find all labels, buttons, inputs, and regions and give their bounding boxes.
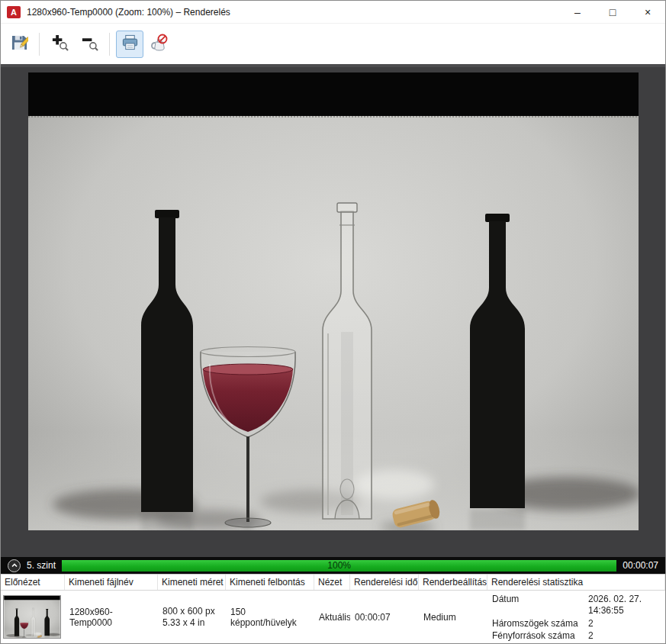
zoom-in-button[interactable] xyxy=(46,31,73,58)
header-render-time: Renderelési idő xyxy=(350,575,419,590)
preview-cell[interactable] xyxy=(1,591,65,643)
window-title: 1280x960-Temp0000 (Zoom: 100%) – Rendere… xyxy=(27,7,560,18)
render-progress-bar: 100% xyxy=(62,560,616,572)
cancel-render-icon xyxy=(150,34,169,55)
header-view: Nézet xyxy=(314,575,350,590)
print-button[interactable] xyxy=(116,31,143,58)
minimize-button[interactable]: – xyxy=(560,1,595,23)
stat-label: Dátum xyxy=(492,594,582,617)
autocad-app-icon: A xyxy=(7,6,21,18)
size-inches: 5.33 x 4 in xyxy=(162,617,204,629)
preview-thumbnail[interactable] xyxy=(3,595,61,639)
collapse-progress-button[interactable] xyxy=(8,559,21,572)
cancel-render-button[interactable] xyxy=(146,31,173,58)
maximize-button[interactable]: □ xyxy=(595,1,630,23)
zoom-out-icon xyxy=(81,34,98,54)
header-output-size: Kimeneti méret xyxy=(158,575,226,590)
close-button[interactable]: × xyxy=(630,1,665,23)
stat-value: 2026. 02. 27. 14:36:55 xyxy=(588,594,661,617)
header-render-statistics: Renderelési statisztika xyxy=(487,575,665,590)
stat-value: 2 xyxy=(588,618,661,630)
filename-cell: 1280x960-Temp0000 xyxy=(65,591,158,643)
header-output-filename: Kimeneti fájlnév xyxy=(65,575,158,590)
elapsed-time-label: 00:00:07 xyxy=(623,560,658,571)
statistics-cell: Dátum 2026. 02. 27. 14:36:55 Háromszögek… xyxy=(487,591,665,643)
stat-label: Anyagok száma xyxy=(492,642,582,643)
toolbar xyxy=(1,24,665,64)
table-row[interactable]: 1280x960-Temp0000 800 x 600 px 5.33 x 4 … xyxy=(1,591,665,643)
progress-row: 5. szint 100% 00:00:07 xyxy=(1,557,665,574)
render-window: A 1280x960-Temp0000 (Zoom: 100%) – Rende… xyxy=(0,0,666,644)
stat-value: 2 xyxy=(588,630,661,642)
header-output-resolution: Kimeneti felbontás xyxy=(226,575,314,590)
table-header-row: Előnézet Kimeneti fájlnév Kimeneti méret… xyxy=(1,575,665,591)
resolution-cell: 150 képpont/hüvelyk xyxy=(226,591,314,643)
view-cell: Aktuális xyxy=(314,591,350,643)
save-button[interactable] xyxy=(5,31,33,58)
progress-percent-label: 100% xyxy=(62,560,616,572)
window-controls: – □ × xyxy=(560,1,665,23)
size-pixels: 800 x 600 px xyxy=(162,606,215,617)
header-render-preset: Renderbeállítás xyxy=(419,575,487,590)
stat-label: Háromszögek száma xyxy=(492,618,582,630)
render-viewport xyxy=(1,67,665,557)
render-preset-cell: Medium xyxy=(419,591,487,643)
toolbar-separator xyxy=(109,33,110,56)
save-icon xyxy=(11,34,28,54)
print-icon xyxy=(121,34,139,54)
titlebar: A 1280x960-Temp0000 (Zoom: 100%) – Rende… xyxy=(1,1,665,24)
stat-label: Fényforrások száma xyxy=(492,630,582,642)
statistics-grid: Dátum 2026. 02. 27. 14:36:55 Háromszögek… xyxy=(492,594,661,643)
rendered-image xyxy=(28,72,639,530)
toolbar-separator xyxy=(39,33,40,56)
header-preview: Előnézet xyxy=(1,575,65,590)
zoom-in-icon xyxy=(51,34,69,54)
zoom-out-button[interactable] xyxy=(76,31,103,58)
size-cell: 800 x 600 px 5.33 x 4 in xyxy=(158,591,226,643)
render-time-cell: 00:00:07 xyxy=(350,591,419,643)
render-history-table: Előnézet Kimeneti fájlnév Kimeneti méret… xyxy=(1,574,665,643)
stat-value: 1 xyxy=(588,642,661,643)
chevron-up-icon xyxy=(11,560,18,572)
render-level-label: 5. szint xyxy=(27,560,56,571)
